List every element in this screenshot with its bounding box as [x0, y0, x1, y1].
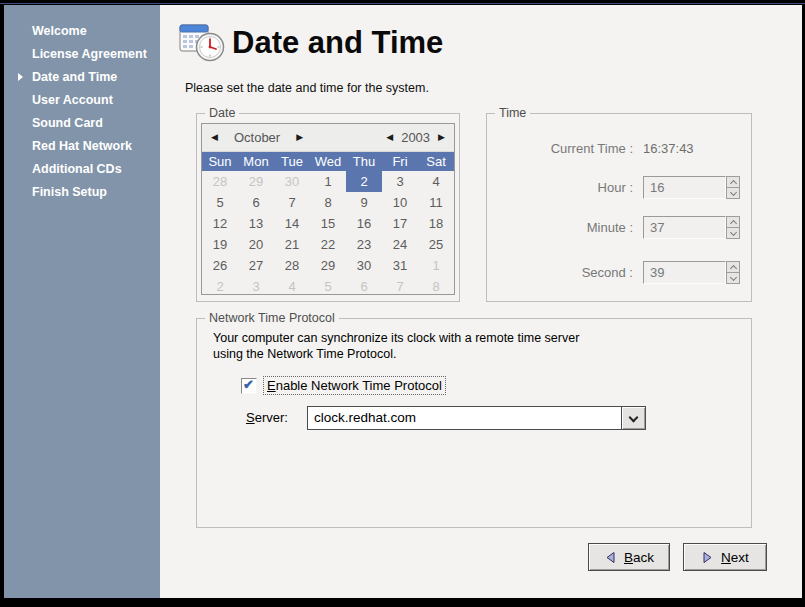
setup-wizard-window: WelcomeLicense AgreementDate and TimeUse…	[0, 0, 805, 607]
second-up-icon[interactable]	[726, 261, 740, 273]
calendar-day[interactable]: 2	[202, 276, 238, 297]
date-group: Date ◀ October ▶ ◀ 2003 ▶ SunMonTueWedTh…	[196, 113, 460, 302]
calendar-day-selected[interactable]: 2	[346, 171, 382, 192]
next-year-icon[interactable]: ▶	[438, 133, 445, 142]
sidebar-item-additional-cds[interactable]: Additional CDs	[4, 158, 160, 181]
calendar-day[interactable]: 22	[310, 234, 346, 255]
server-value[interactable]: clock.redhat.com	[308, 407, 621, 429]
weekday-tue: Tue	[274, 154, 310, 169]
hour-up-icon[interactable]	[726, 176, 740, 188]
second-field[interactable]: 39	[643, 261, 726, 284]
ntp-description: Your computer can synchronize its clock …	[213, 330, 579, 362]
prev-month-icon[interactable]: ◀	[211, 133, 218, 142]
weekday-wed: Wed	[310, 154, 346, 169]
calendar-day[interactable]: 24	[382, 234, 418, 255]
calendar-day[interactable]: 11	[418, 192, 454, 213]
server-combobox[interactable]: clock.redhat.com	[307, 406, 646, 430]
current-time-label: Current Time :	[487, 141, 633, 156]
calendar-day[interactable]: 18	[418, 213, 454, 234]
chevron-down-icon	[629, 412, 639, 422]
calendar-day[interactable]: 8	[418, 276, 454, 297]
calendar-day[interactable]: 4	[418, 171, 454, 192]
calendar-day[interactable]: 16	[346, 213, 382, 234]
calendar-day[interactable]: 10	[382, 192, 418, 213]
sidebar-item-date-and-time[interactable]: Date and Time	[4, 66, 160, 89]
second-down-icon[interactable]	[726, 273, 740, 284]
back-button[interactable]: Back	[588, 543, 670, 571]
weekday-sat: Sat	[418, 154, 454, 169]
calendar-year-label: 2003	[401, 130, 430, 145]
second-spinner: 39	[643, 261, 740, 284]
sidebar-item-sound-card[interactable]: Sound Card	[4, 112, 160, 135]
calendar-day[interactable]: 5	[202, 192, 238, 213]
calendar-day[interactable]: 7	[274, 192, 310, 213]
ntp-enable-checkbox[interactable]: ✔	[241, 378, 257, 394]
date-group-legend: Date	[205, 106, 239, 120]
calendar-day[interactable]: 14	[274, 213, 310, 234]
calendar-day[interactable]: 30	[274, 171, 310, 192]
calendar-day[interactable]: 29	[310, 255, 346, 276]
sidebar-item-finish-setup[interactable]: Finish Setup	[4, 181, 160, 204]
weekday-fri: Fri	[382, 154, 418, 169]
calendar-day[interactable]: 21	[274, 234, 310, 255]
calendar-day[interactable]: 8	[310, 192, 346, 213]
page-subtitle: Please set the date and time for the sys…	[185, 81, 429, 95]
calendar-day[interactable]: 28	[274, 255, 310, 276]
hour-field[interactable]: 16	[643, 176, 726, 199]
calendar-day[interactable]: 7	[382, 276, 418, 297]
current-time-value: 16:37:43	[643, 141, 694, 156]
time-group: Time Current Time : 16:37:43 Hour : 16 M…	[486, 113, 752, 302]
calendar-day[interactable]: 17	[382, 213, 418, 234]
calendar-day[interactable]: 13	[238, 213, 274, 234]
calendar-day[interactable]: 3	[382, 171, 418, 192]
calendar-clock-icon	[178, 20, 226, 68]
hour-down-icon[interactable]	[726, 188, 740, 199]
ntp-checkbox-row: ✔ Enable Network Time Protocol	[241, 377, 445, 394]
minute-up-icon[interactable]	[726, 216, 740, 228]
ntp-group-legend: Network Time Protocol	[205, 311, 339, 325]
calendar-day[interactable]: 26	[202, 255, 238, 276]
calendar-day[interactable]: 12	[202, 213, 238, 234]
second-label: Second :	[487, 265, 633, 280]
calendar-day[interactable]: 3	[238, 276, 274, 297]
weekday-thu: Thu	[346, 154, 382, 169]
minute-down-icon[interactable]	[726, 228, 740, 239]
calendar-day[interactable]: 31	[382, 255, 418, 276]
next-month-icon[interactable]: ▶	[296, 133, 303, 142]
current-step-arrow-icon	[18, 73, 23, 81]
calendar-day[interactable]: 1	[418, 255, 454, 276]
calendar-day[interactable]: 15	[310, 213, 346, 234]
calendar-day[interactable]: 19	[202, 234, 238, 255]
calendar-day[interactable]: 28	[202, 171, 238, 192]
calendar-weekday-header: SunMonTueWedThuFriSat	[202, 152, 454, 171]
calendar-day[interactable]: 5	[310, 276, 346, 297]
calendar-month-bar: ◀ October ▶ ◀ 2003 ▶	[202, 124, 454, 152]
sidebar-item-welcome[interactable]: Welcome	[4, 20, 160, 43]
back-button-label: Back	[624, 550, 654, 565]
weekday-sun: Sun	[202, 154, 238, 169]
calendar-day[interactable]: 27	[238, 255, 274, 276]
calendar-day[interactable]: 20	[238, 234, 274, 255]
calendar-day[interactable]: 1	[310, 171, 346, 192]
calendar-day[interactable]: 6	[346, 276, 382, 297]
server-dropdown-button[interactable]	[621, 407, 645, 429]
minute-spinner: 37	[643, 216, 740, 239]
prev-year-icon[interactable]: ◀	[386, 133, 393, 142]
window-top-border	[0, 3, 805, 4]
minute-field[interactable]: 37	[643, 216, 726, 239]
calendar-day[interactable]: 6	[238, 192, 274, 213]
sidebar-item-license-agreement[interactable]: License Agreement	[4, 43, 160, 66]
next-button[interactable]: Next	[683, 543, 767, 571]
calendar-day[interactable]: 4	[274, 276, 310, 297]
calendar-day[interactable]: 29	[238, 171, 274, 192]
sidebar-item-user-account[interactable]: User Account	[4, 89, 160, 112]
calendar-day[interactable]: 9	[346, 192, 382, 213]
calendar-day[interactable]: 23	[346, 234, 382, 255]
calendar-month-label: October	[234, 130, 280, 145]
calendar-widget: ◀ October ▶ ◀ 2003 ▶ SunMonTueWedThuFriS…	[201, 123, 455, 295]
sidebar-item-red-hat-network[interactable]: Red Hat Network	[4, 135, 160, 158]
ntp-group: Network Time Protocol Your computer can …	[196, 318, 752, 528]
ntp-enable-label[interactable]: Enable Network Time Protocol	[264, 377, 445, 394]
calendar-day[interactable]: 30	[346, 255, 382, 276]
calendar-day[interactable]: 25	[418, 234, 454, 255]
